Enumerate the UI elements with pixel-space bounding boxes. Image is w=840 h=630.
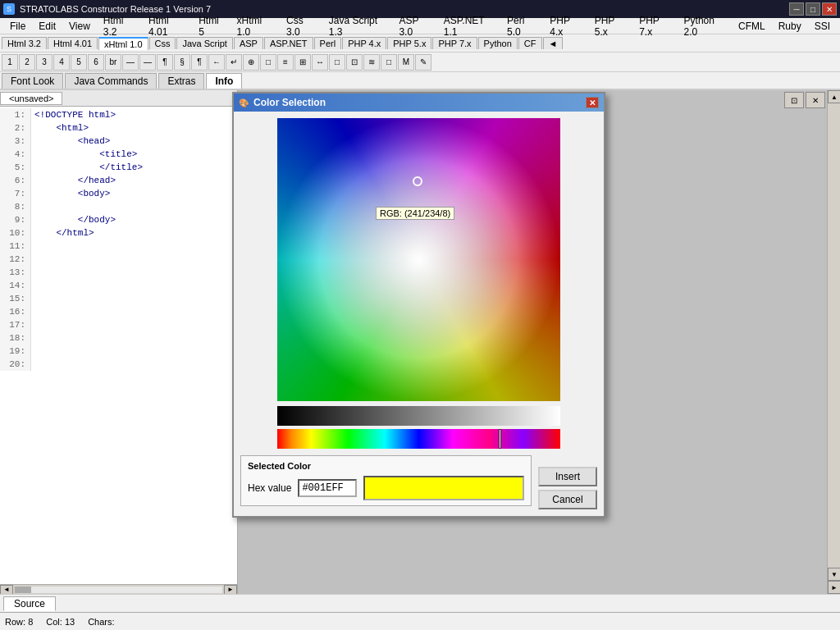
lang-tab-php-5.x[interactable]: PHP 5.x	[387, 37, 431, 49]
panel-tab-java-commands[interactable]: Java Commands	[65, 73, 157, 89]
dialog-icon: 🎨	[239, 98, 249, 107]
dialog-close-button[interactable]: ✕	[586, 97, 599, 108]
code-line: 6: </head>	[0, 174, 237, 187]
code-line: 1:<!DOCTYPE html>	[0, 108, 237, 121]
menu-item-ruby[interactable]: Ruby	[772, 19, 808, 34]
lang-tab-python[interactable]: Python	[478, 37, 518, 49]
scroll-down-button[interactable]: ▼	[828, 568, 840, 581]
lang-tab-asp.net[interactable]: ASP.NET	[264, 37, 313, 49]
color-wheel-container[interactable]: RGB: (241/234/8)	[277, 118, 560, 401]
hue-slider-canvas[interactable]	[277, 429, 560, 449]
toolbar-button-22[interactable]: □	[381, 54, 397, 71]
hex-input[interactable]	[298, 479, 357, 497]
lang-tab-perl[interactable]: Perl	[314, 37, 342, 49]
right-btn-2[interactable]: ✕	[806, 92, 825, 108]
menu-item-asp-3.0[interactable]: ASP 3.0	[392, 13, 436, 39]
toolbar-button-14[interactable]: ⊕	[243, 54, 259, 71]
cancel-button[interactable]: Cancel	[538, 490, 597, 509]
menu-item-python-2.0[interactable]: Python 2.0	[678, 13, 732, 39]
menu-item-php-5.x[interactable]: PHP 5.x	[588, 13, 632, 39]
menu-item-xhtml-1.0[interactable]: xHtml 1.0	[231, 13, 280, 39]
toolbar-button-23[interactable]: M	[398, 54, 414, 71]
toolbar-button-15[interactable]: □	[260, 54, 276, 71]
editor-tab-unsaved[interactable]: <unsaved>	[0, 92, 62, 105]
right-scrollbar[interactable]: ▲ ▼ ►	[827, 90, 840, 594]
scroll-thumb[interactable]	[15, 587, 31, 593]
toolbar-button-19[interactable]: □	[329, 54, 345, 71]
scroll-up-button[interactable]: ▲	[828, 90, 840, 103]
scroll-corner[interactable]: ►	[828, 581, 840, 594]
toolbar-button-18[interactable]: ↔	[312, 54, 328, 71]
lang-tab-xhtml-1.0[interactable]: xHtml 1.0	[98, 37, 148, 50]
menu-item-php-7.x[interactable]: PHP 7.x	[632, 13, 677, 39]
lang-tab-cf[interactable]: CF	[518, 37, 542, 49]
line-code: <html>	[31, 121, 89, 135]
lang-tab-css[interactable]: Css	[149, 37, 176, 49]
editor-panel: <unsaved> 1:<!DOCTYPE html>2: <html>3: <…	[0, 90, 238, 594]
titlebar-controls[interactable]: ─ □ ✕	[789, 2, 837, 16]
toolbar-button-0[interactable]: 1	[2, 54, 18, 71]
toolbar-button-12[interactable]: ←	[208, 54, 225, 71]
toolbar-button-4[interactable]: 5	[71, 54, 87, 71]
menu-item-asp.net-1.1[interactable]: ASP.NET 1.1	[437, 13, 500, 39]
scroll-left-button[interactable]: ◄	[0, 585, 13, 595]
scroll-right-button[interactable]: ►	[224, 585, 237, 595]
menu-item-css-3.0[interactable]: Css 3.0	[280, 13, 322, 39]
panel-tab-extras[interactable]: Extras	[158, 73, 204, 89]
toolbar-button-2[interactable]: 3	[36, 54, 52, 71]
panel-tab-info[interactable]: Info	[206, 73, 242, 89]
lang-tab-html-4.01[interactable]: Html 4.01	[48, 37, 98, 49]
panel-tab-font-look[interactable]: Font Look	[2, 73, 63, 89]
gray-slider-container[interactable]	[277, 406, 560, 426]
lang-tab-java-script[interactable]: Java Script	[176, 37, 232, 49]
lang-tab-◄[interactable]: ◄	[543, 37, 564, 49]
toolbar-button-13[interactable]: ↵	[226, 54, 242, 71]
toolbar-button-20[interactable]: ⊡	[346, 54, 363, 71]
horizontal-scrollbar[interactable]: ◄ ►	[0, 584, 237, 594]
toolbar-button-17[interactable]: ⊞	[294, 54, 311, 71]
dialog-bottom: Selected Color Hex value Insert Cancel	[240, 455, 597, 509]
toolbar-button-6[interactable]: br	[105, 54, 121, 71]
menu-item-php-4.x[interactable]: PHP 4.x	[543, 13, 587, 39]
insert-button[interactable]: Insert	[538, 467, 597, 486]
menu-item-perl-5.0[interactable]: Perl 5.0	[500, 13, 543, 39]
maximize-button[interactable]: □	[806, 2, 820, 16]
toolbar-button-8[interactable]: —	[139, 54, 156, 71]
menu-item-edit[interactable]: Edit	[32, 19, 62, 34]
toolbar-button-9[interactable]: ¶	[157, 54, 173, 71]
menu-item-java-script-1.3[interactable]: Java Script 1.3	[322, 13, 393, 39]
minimize-button[interactable]: ─	[789, 2, 804, 16]
lang-tab-php-4.x[interactable]: PHP 4.x	[342, 37, 386, 49]
toolbar-button-5[interactable]: 6	[88, 54, 104, 71]
editor-content[interactable]: 1:<!DOCTYPE html>2: <html>3: <head>4: <t…	[0, 107, 237, 594]
code-line: 19:	[0, 345, 237, 358]
menu-item-cfml[interactable]: CFML	[732, 19, 772, 34]
lang-tab-html-3.2[interactable]: Html 3.2	[2, 37, 47, 49]
lang-tab-php-7.x[interactable]: PHP 7.x	[432, 37, 477, 49]
source-tab-button[interactable]: Source	[3, 596, 56, 611]
gray-slider-canvas[interactable]	[277, 406, 560, 426]
color-selection-dialog[interactable]: 🎨 Color Selection ✕ RGB: (241/234/8)	[232, 92, 605, 518]
toolbar-button-24[interactable]: ✎	[415, 54, 431, 71]
line-number: 8:	[0, 200, 31, 213]
panel-tabs: Font LookJava CommandsExtrasInfo	[0, 72, 840, 90]
toolbar-button-1[interactable]: 2	[19, 54, 35, 71]
editor-tabs: <unsaved>	[0, 90, 237, 107]
toolbar-button-3[interactable]: 4	[53, 54, 70, 71]
menu-item-view[interactable]: View	[62, 19, 97, 34]
menu-item-ssi[interactable]: SSI	[808, 19, 837, 34]
menu-item-file[interactable]: File	[3, 19, 32, 34]
lang-tab-asp[interactable]: ASP	[234, 37, 263, 49]
toolbar-button-10[interactable]: §	[174, 54, 190, 71]
menu-item-html-4.01[interactable]: Html 4.01	[142, 13, 192, 39]
right-btn-1[interactable]: ⊡	[784, 92, 804, 108]
menu-item-html-3.2[interactable]: Html 3.2	[97, 13, 142, 39]
toolbar-button-16[interactable]: ≡	[277, 54, 294, 71]
hue-slider-container[interactable]	[277, 429, 560, 449]
toolbar-button-7[interactable]: —	[122, 54, 139, 71]
color-wheel-canvas[interactable]	[277, 118, 560, 401]
menu-item-html-5[interactable]: Html 5	[192, 13, 230, 39]
toolbar-button-11[interactable]: ¶	[191, 54, 208, 71]
toolbar-button-21[interactable]: ≋	[363, 54, 380, 71]
close-button[interactable]: ✕	[822, 2, 837, 16]
